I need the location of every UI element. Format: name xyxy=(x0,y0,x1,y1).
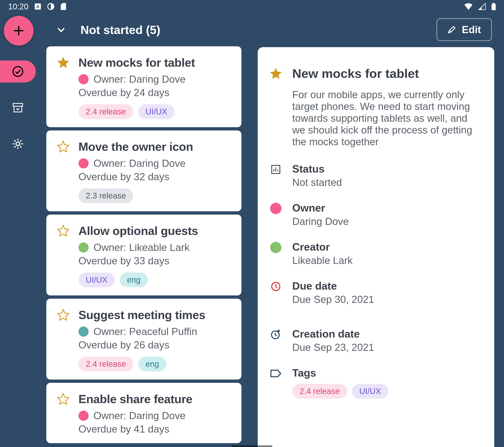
create-task-fab[interactable] xyxy=(4,16,34,46)
clock-plus-icon xyxy=(270,329,282,340)
detail-description: For our mobile apps, we currently only t… xyxy=(292,89,476,148)
chevron-down-icon xyxy=(56,25,66,34)
task-card[interactable]: Suggest meeting times Owner: Peaceful Pu… xyxy=(46,299,241,379)
task-title: Enable share feature xyxy=(78,392,232,406)
svg-rect-9 xyxy=(13,103,22,106)
clock-icon xyxy=(270,281,282,292)
status-time: 10:20 xyxy=(8,2,28,11)
task-tags: 2.4 releaseeng xyxy=(78,357,232,371)
tag-chip[interactable]: eng xyxy=(138,357,166,371)
tag-chip[interactable]: UI/UX xyxy=(78,272,115,287)
pencil-icon xyxy=(447,25,456,34)
svg-rect-4 xyxy=(492,4,496,10)
detail-row-status: Status Not started xyxy=(270,163,476,188)
task-owner: Owner: Daring Dove xyxy=(78,73,232,85)
detail-star[interactable] xyxy=(270,68,282,148)
owner-avatar-icon xyxy=(78,326,89,337)
creator-label: Creator xyxy=(292,241,353,253)
task-list[interactable]: New mocks for tablet Owner: Daring Dove … xyxy=(46,46,241,447)
tag-chip[interactable]: 2.4 release xyxy=(78,357,133,371)
task-due: Overdue by 32 days xyxy=(78,171,232,183)
detail-title: New mocks for tablet xyxy=(292,66,476,81)
half-circle-icon xyxy=(47,3,54,10)
battery-icon xyxy=(491,3,496,10)
task-star-toggle[interactable] xyxy=(57,56,69,119)
tag-chip[interactable]: 2.4 release xyxy=(78,104,133,119)
plus-icon xyxy=(13,25,25,36)
detail-row-due: Due date Due Sep 30, 2021 xyxy=(270,280,476,305)
status-label: Status xyxy=(292,163,342,175)
task-due: Overdue by 24 days xyxy=(78,87,232,99)
status-icon xyxy=(270,163,282,175)
svg-point-11 xyxy=(16,142,20,146)
list-title: Not started (5) xyxy=(80,23,160,36)
tag-icon xyxy=(270,368,282,379)
task-due: Overdue by 26 days xyxy=(78,339,232,351)
task-due: Overdue by 41 days xyxy=(78,423,232,435)
svg-text:A: A xyxy=(36,4,39,9)
checkmark-circle-icon xyxy=(12,65,24,78)
owner-avatar-icon xyxy=(78,242,89,252)
task-star-toggle[interactable] xyxy=(57,225,69,287)
svg-line-19 xyxy=(14,146,16,147)
tag-chip[interactable]: 2.4 release xyxy=(292,384,347,399)
svg-rect-10 xyxy=(14,106,22,112)
task-owner: Owner: Peaceful Puffin xyxy=(78,326,232,338)
created-label: Creation date xyxy=(292,328,374,340)
owner-value: Daring Dove xyxy=(292,215,349,227)
owner-avatar-icon xyxy=(78,158,89,168)
task-card[interactable]: Move the owner icon Owner: Daring Dove O… xyxy=(46,130,241,211)
archive-icon xyxy=(12,102,24,114)
tag-chip[interactable]: UI/UX xyxy=(138,104,175,119)
tag-chip[interactable]: eng xyxy=(120,272,148,287)
due-value: Due Sep 30, 2021 xyxy=(292,294,374,305)
tag-chip[interactable]: UI/UX xyxy=(352,384,388,399)
task-star-toggle[interactable] xyxy=(57,309,69,371)
task-title: Suggest meeting times xyxy=(78,308,232,322)
detail-tags-row: 2.4 releaseUI/UX xyxy=(292,384,388,399)
android-status-bar: 10:20 A xyxy=(0,0,504,13)
task-card[interactable]: Allow optional guests Owner: Likeable La… xyxy=(46,215,241,295)
svg-rect-5 xyxy=(493,3,494,4)
detail-row-owner: Owner Daring Dove xyxy=(270,202,476,227)
task-due: Overdue by 33 days xyxy=(78,255,232,267)
task-card[interactable]: Enable share feature Owner: Daring Dove … xyxy=(46,383,241,443)
tag-chip[interactable]: 2.3 release xyxy=(78,188,133,203)
gesture-nav-handle[interactable] xyxy=(232,445,272,447)
task-tags: UI/UXeng xyxy=(78,272,232,287)
list-header: Not started (5) Edit xyxy=(39,16,504,44)
sd-card-icon xyxy=(60,3,67,10)
svg-point-8 xyxy=(13,67,23,76)
detail-row-created: Creation date Due Sep 23, 2021 xyxy=(270,328,476,353)
edit-button-label: Edit xyxy=(462,24,481,36)
gear-icon xyxy=(12,138,24,150)
task-star-toggle[interactable] xyxy=(57,393,69,435)
owner-label: Owner xyxy=(292,202,349,214)
svg-line-16 xyxy=(14,140,16,142)
svg-line-18 xyxy=(20,140,21,142)
task-title: New mocks for tablet xyxy=(78,56,232,69)
creator-avatar-icon xyxy=(270,242,282,253)
detail-row-tags: Tags 2.4 releaseUI/UX xyxy=(270,367,476,399)
keyboard-icon: A xyxy=(34,3,41,10)
task-title: Move the owner icon xyxy=(78,140,232,153)
list-title-wrap[interactable]: Not started (5) xyxy=(56,23,160,36)
wifi-icon xyxy=(464,3,473,10)
cell-signal-icon xyxy=(478,3,486,10)
task-owner: Owner: Daring Dove xyxy=(78,410,232,422)
navigation-rail xyxy=(0,0,37,447)
due-label: Due date xyxy=(292,280,374,292)
owner-avatar-icon xyxy=(78,74,89,84)
task-owner: Owner: Likeable Lark xyxy=(78,242,232,253)
rail-tab-archive[interactable] xyxy=(0,97,36,119)
creator-value: Likeable Lark xyxy=(292,255,353,266)
task-card[interactable]: New mocks for tablet Owner: Daring Dove … xyxy=(46,46,241,127)
status-value: Not started xyxy=(292,177,342,188)
rail-tab-tasks[interactable] xyxy=(0,61,36,83)
owner-avatar-icon xyxy=(270,203,282,214)
task-star-toggle[interactable] xyxy=(57,141,69,203)
owner-avatar-icon xyxy=(78,411,89,421)
rail-tab-settings[interactable] xyxy=(0,133,36,155)
task-detail-pane: New mocks for tablet For our mobile apps… xyxy=(258,47,494,447)
edit-button[interactable]: Edit xyxy=(436,18,492,41)
